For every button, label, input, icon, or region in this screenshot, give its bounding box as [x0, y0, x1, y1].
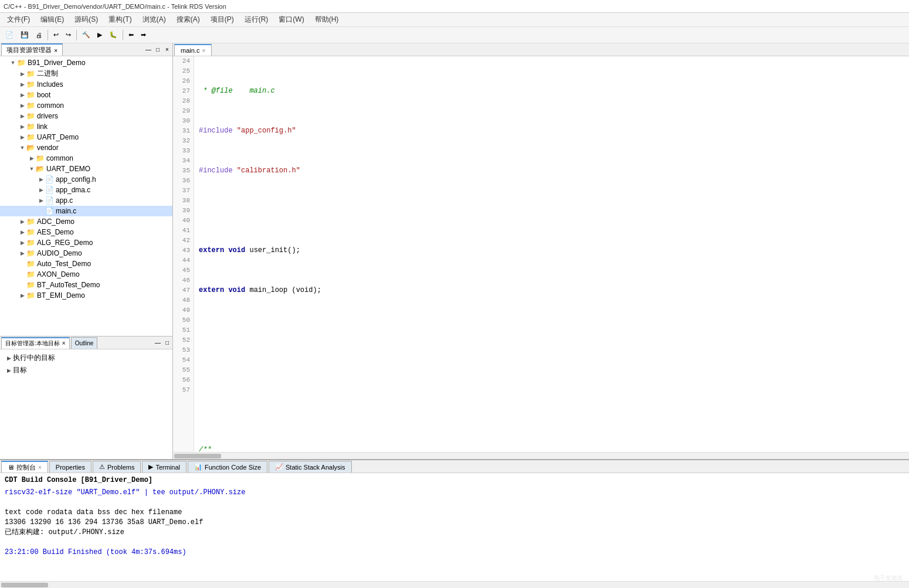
editor-tab-bar: main.c ×	[173, 43, 909, 56]
tree-audio[interactable]: ▶ 📁 AUDIO_Demo	[0, 248, 172, 259]
toolbar-undo[interactable]: ↩	[50, 29, 62, 40]
code-content[interactable]: * @file main.c #include "app_config.h" #…	[194, 56, 909, 452]
tree-includes[interactable]: ▶ 📁 Includes	[0, 79, 172, 90]
menu-source[interactable]: 源码(S)	[70, 13, 103, 26]
menu-window[interactable]: 窗口(W)	[274, 13, 308, 26]
static-stack-tab[interactable]: 📈 Static Stack Analysis	[269, 461, 352, 473]
tree-vendor-common[interactable]: ▶ 📁 common	[0, 153, 172, 164]
console-line-6	[5, 538, 904, 548]
target-running[interactable]: ▶ 执行中的目标	[5, 352, 168, 364]
static-stack-icon: 📈	[275, 463, 283, 471]
tab-close[interactable]: ×	[163, 46, 171, 54]
tab-minimize[interactable]: —	[144, 46, 152, 54]
title-bar: C/C++ - B91_Driver_Demo/vendor/UART_DEMO…	[0, 0, 909, 13]
folder-icon-binary: 📁	[26, 69, 35, 79]
console-line-2	[5, 498, 904, 508]
console-hscroll[interactable]	[0, 581, 909, 588]
code-line-32	[199, 405, 904, 415]
toolbar-print[interactable]: 🖨	[33, 30, 45, 40]
main-c-tab[interactable]: main.c ×	[174, 44, 212, 56]
project-explorer-tab[interactable]: 项目资源管理器 ×	[1, 43, 63, 56]
tree-app-dma[interactable]: ▶ 📄 app_dma.c	[0, 185, 172, 195]
ln-47: 47	[177, 285, 190, 295]
console-hscroll-thumb[interactable]	[1, 583, 48, 587]
problems-tab-label: Problems	[107, 464, 134, 471]
properties-tab[interactable]: Properties	[49, 461, 91, 473]
toolbar-new[interactable]: 📄	[2, 29, 16, 40]
code-29-void: void	[228, 285, 249, 295]
right-panel: main.c × 24 25 26 27 28 29 30 31 32 33 3…	[173, 43, 909, 459]
menu-project[interactable]: 项目(P)	[206, 13, 239, 26]
code-28-rest: user_init();	[249, 246, 300, 256]
toolbar-build[interactable]: 🔨	[79, 29, 93, 40]
code-line-27	[199, 206, 904, 216]
tree-auto-test[interactable]: ▶ 📁 Auto_Test_Demo	[0, 259, 172, 269]
tree-link[interactable]: ▶ 📁 link	[0, 121, 172, 132]
tree-app-config[interactable]: ▶ 📄 app_config.h	[0, 174, 172, 185]
toolbar-debug[interactable]: 🐛	[106, 29, 120, 40]
console-tab[interactable]: 🖥 控制台 ×	[1, 461, 48, 473]
tree-axon[interactable]: ▶ 📁 AXON_Demo	[0, 269, 172, 280]
toolbar-redo[interactable]: ↪	[63, 29, 74, 40]
menu-refactor[interactable]: 重构(T)	[104, 13, 136, 26]
tree-label-includes: Includes	[37, 80, 63, 89]
ta-app-config: ▶	[38, 176, 45, 183]
tree-adc-demo[interactable]: ▶ 📁 ADC_Demo	[0, 216, 172, 227]
code-line-33: /**	[199, 445, 904, 452]
tree-label-app-config: app_config.h	[56, 175, 96, 183]
target-fold-icon: ▶	[7, 368, 11, 373]
target-manager-tab[interactable]: 目标管理器:本地目标 ×	[1, 337, 70, 349]
tree-aes-demo[interactable]: ▶ 📁 AES_Demo	[0, 227, 172, 237]
function-code-tab[interactable]: 📊 Function Code Size	[188, 461, 267, 473]
menu-search[interactable]: 搜索(A)	[172, 13, 205, 26]
toolbar-save[interactable]: 💾	[18, 29, 32, 40]
outline-tab[interactable]: Outline	[71, 337, 98, 349]
tree-label-bt-autotest: BT_AutoTest_Demo	[37, 281, 100, 289]
project-explorer-close[interactable]: ×	[54, 47, 57, 54]
main-c-tab-close[interactable]: ×	[202, 47, 205, 54]
tree-bt-autotest[interactable]: ▶ 📁 BT_AutoTest_Demo	[0, 280, 172, 290]
project-tree[interactable]: ▼ 📁 B91_Driver_Demo ▶ 📁 二进制 ▶	[0, 56, 172, 336]
bl-minimize[interactable]: —	[154, 339, 162, 347]
target-target[interactable]: ▶ 目标	[5, 364, 168, 376]
tree-uart-demo[interactable]: ▶ 📁 UART_Demo	[0, 132, 172, 142]
ta-includes: ▶	[19, 81, 26, 88]
tree-label-audio: AUDIO_Demo	[37, 249, 82, 257]
tree-root[interactable]: ▼ 📁 B91_Driver_Demo	[0, 57, 172, 68]
tree-bt-emi[interactable]: ▶ 📁 BT_EMI_Demo	[0, 290, 172, 301]
tree-binary[interactable]: ▶ 📁 二进制	[0, 68, 172, 79]
tree-common[interactable]: ▶ 📁 common	[0, 100, 172, 111]
tree-boot[interactable]: ▶ 📁 boot	[0, 90, 172, 100]
menu-browse[interactable]: 浏览(A)	[138, 13, 171, 26]
problems-tab[interactable]: ⚠ Problems	[93, 461, 141, 473]
code-editor[interactable]: 24 25 26 27 28 29 30 31 32 33 34 35 36 3…	[173, 56, 909, 452]
console-output[interactable]: CDT Build Console [B91_Driver_Demo] risc…	[0, 473, 909, 581]
toolbar-forward[interactable]: ➡	[138, 29, 149, 40]
tree-label-adc: ADC_Demo	[37, 217, 74, 226]
folder-icon-alg: 📁	[26, 238, 35, 247]
tree-label-app-dma: app_dma.c	[56, 186, 90, 194]
bl-maximize[interactable]: □	[163, 339, 171, 347]
console-title: CDT Build Console [B91_Driver_Demo]	[5, 475, 904, 485]
target-manager-close[interactable]: ×	[62, 340, 66, 346]
toolbar-run[interactable]: ▶	[94, 29, 105, 40]
tree-label-uart-demo-vendor: UART_DEMO	[46, 165, 90, 173]
tree-alg-reg[interactable]: ▶ 📁 ALG_REG_Demo	[0, 237, 172, 248]
tab-maximize[interactable]: □	[154, 46, 162, 54]
editor-hscroll[interactable]	[173, 452, 909, 459]
tree-vendor[interactable]: ▼ 📂 vendor	[0, 142, 172, 153]
menu-edit[interactable]: 编辑(E)	[36, 13, 69, 26]
tree-uart-demo-vendor[interactable]: ▼ 📂 UART_DEMO	[0, 164, 172, 174]
folder-icon-uart-demo-vendor: 📂	[35, 164, 45, 174]
tree-app-c[interactable]: ▶ 📄 app.c	[0, 195, 172, 206]
menu-file[interactable]: 文件(F)	[2, 13, 35, 26]
menu-run[interactable]: 运行(R)	[240, 13, 273, 26]
editor-hscroll-thumb[interactable]	[174, 454, 221, 458]
toolbar-back[interactable]: ⬅	[126, 29, 137, 40]
ln-53: 53	[177, 345, 190, 355]
console-tab-close[interactable]: ×	[38, 464, 42, 471]
menu-help[interactable]: 帮助(H)	[310, 13, 344, 26]
terminal-tab[interactable]: ▶ Terminal	[142, 461, 186, 473]
tree-drivers[interactable]: ▶ 📁 drivers	[0, 111, 172, 121]
tree-main-c[interactable]: ▶ 📄 main.c	[0, 206, 172, 216]
